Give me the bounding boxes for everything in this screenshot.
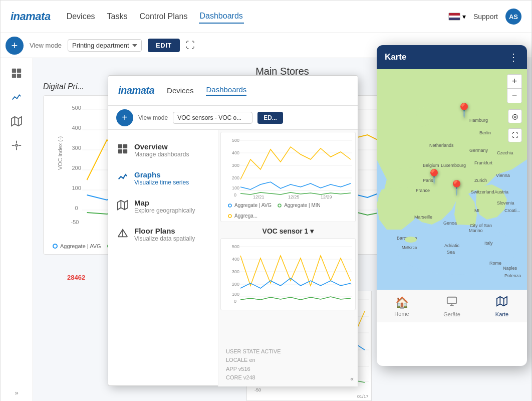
- graphs-subtitle: Visualize time series: [134, 179, 189, 186]
- mobile-header: Karte ⋮: [377, 45, 527, 69]
- svg-text:Switzerland: Switzerland: [471, 189, 494, 194]
- mid-edit-button[interactable]: ED...: [257, 112, 283, 124]
- svg-text:Marino: Marino: [469, 228, 483, 233]
- sidebar-collapse-btn[interactable]: »: [15, 389, 18, 396]
- svg-text:300: 300: [72, 145, 81, 151]
- mid-chart-area: 500 400 300 200 100 0: [218, 130, 358, 386]
- svg-text:Czechia: Czechia: [497, 150, 513, 155]
- mid-bottom-chart-svg: 500 400 300 200 100 0: [223, 241, 353, 306]
- mid-sidebar-overview[interactable]: Overview Manage dashboards: [113, 137, 213, 163]
- floorplans-subtitle: Visualize data spatially: [134, 235, 195, 242]
- mid-viewmode-select[interactable]: VOC sensors - VOC o...: [173, 112, 252, 124]
- svg-text:500: 500: [72, 105, 81, 111]
- sensor-title[interactable]: VOC sensor 1 ▾: [218, 224, 358, 236]
- svg-rect-0: [12, 69, 16, 73]
- mid-window: inamata Devices Dashboards + View mode V…: [108, 75, 358, 386]
- add-button[interactable]: +: [6, 37, 24, 55]
- svg-text:01/17: 01/17: [357, 394, 369, 399]
- mid-logo: inamata: [118, 85, 154, 96]
- user-avatar[interactable]: AS: [505, 9, 521, 25]
- flag-icon: [448, 13, 460, 21]
- language-selector[interactable]: ▾: [448, 13, 466, 21]
- graphs-text: Graphs Visualize time series: [134, 170, 189, 186]
- mid-sidebar: Overview Manage dashboards Graphs Visual…: [108, 130, 218, 386]
- mobile-title: Karte: [385, 52, 406, 62]
- mobile-more-button[interactable]: ⋮: [508, 51, 519, 63]
- viewmode-select[interactable]: Printing department: [68, 39, 142, 52]
- overview-icon: [117, 143, 128, 157]
- mobile-map: Hamburg Berlin Netherlands Germany Belgi…: [377, 69, 527, 290]
- mobile-nav-karte[interactable]: Karte: [477, 290, 527, 322]
- graphs-icon: [117, 171, 128, 185]
- svg-point-30: [53, 244, 57, 248]
- svg-text:Adriatic: Adriatic: [444, 243, 460, 248]
- mid-sidebar-floorplans[interactable]: Floor Plans Visualize data spatially: [113, 222, 213, 247]
- sidebar-item-grid[interactable]: [7, 63, 27, 83]
- viewmode-label: View mode: [30, 42, 62, 49]
- left-sidebar: »: [1, 58, 33, 401]
- svg-text:12/25: 12/25: [288, 194, 300, 199]
- mobile-nav-geraete[interactable]: Geräte: [427, 290, 477, 322]
- svg-point-57: [278, 204, 281, 207]
- svg-point-7: [16, 144, 18, 146]
- svg-text:Frankfurt: Frankfurt: [474, 160, 493, 165]
- overview-title: Overview: [134, 142, 189, 151]
- mid-footer: USER STATE ACTIVE LOCALE en APP v516 COR…: [218, 343, 289, 386]
- mobile-nav-home[interactable]: 🏠 Home: [377, 290, 427, 322]
- zoom-out-button[interactable]: −: [507, 89, 521, 103]
- svg-text:Austria: Austria: [494, 189, 508, 194]
- mid-nav-devices[interactable]: Devices: [167, 86, 193, 95]
- svg-text:Vienna: Vienna: [496, 173, 510, 178]
- svg-text:Belgium: Belgium: [423, 163, 439, 168]
- map-expand-button[interactable]: ⛶: [508, 128, 522, 142]
- sidebar-item-chart[interactable]: [7, 87, 27, 107]
- sidebar-item-map[interactable]: [7, 111, 27, 131]
- karte-icon: [496, 296, 507, 310]
- edit-button[interactable]: EDIT: [148, 39, 180, 52]
- svg-text:200: 200: [232, 282, 239, 287]
- footer-line3: APP v516: [226, 365, 281, 374]
- expand-button[interactable]: ⛶: [186, 40, 195, 51]
- svg-text:500: 500: [232, 244, 239, 249]
- mid-toolbar: + View mode VOC sensors - VOC o... ED...: [108, 106, 358, 130]
- home-icon: 🏠: [395, 296, 409, 309]
- nav-right: ▾ Support AS: [448, 9, 521, 25]
- zoom-in-button[interactable]: +: [507, 75, 521, 89]
- svg-rect-1: [17, 69, 21, 73]
- nav-control-plans[interactable]: Control Plans: [138, 10, 188, 23]
- support-link[interactable]: Support: [473, 13, 498, 21]
- mid-nav-dashboards[interactable]: Dashboards: [206, 85, 246, 96]
- svg-text:Potenza: Potenza: [504, 273, 521, 278]
- svg-text:Hamburg: Hamburg: [469, 118, 488, 123]
- map-location-button[interactable]: ◎: [508, 109, 522, 123]
- svg-rect-3: [17, 74, 21, 78]
- mid-sidebar-graphs[interactable]: Graphs Visualize time series: [113, 165, 213, 191]
- mid-add-button[interactable]: +: [116, 109, 133, 126]
- svg-text:Genoa: Genoa: [443, 221, 457, 226]
- svg-text:0: 0: [234, 192, 236, 197]
- nav-items: Devices Tasks Control Plans Dashboards: [66, 10, 433, 24]
- svg-rect-102: [447, 297, 456, 303]
- mid-sidebar-map[interactable]: Map Explore geographically: [113, 193, 213, 219]
- svg-text:Mallorca: Mallorca: [402, 245, 417, 250]
- floorplans-text: Floor Plans Visualize data spatially: [134, 227, 195, 242]
- nav-tasks[interactable]: Tasks: [106, 10, 129, 23]
- mid-sidebar-nav: Overview Manage dashboards Graphs Visual…: [108, 130, 358, 386]
- svg-marker-4: [12, 117, 22, 126]
- svg-text:Slovenia: Slovenia: [497, 200, 514, 206]
- map-title: Map: [134, 198, 195, 207]
- sidebar-item-floorplan[interactable]: [7, 135, 27, 155]
- nav-devices[interactable]: Devices: [66, 10, 96, 23]
- nav-dashboards[interactable]: Dashboards: [199, 10, 244, 24]
- logo: inamata: [11, 10, 51, 23]
- svg-marker-105: [497, 296, 507, 305]
- svg-text:100: 100: [72, 185, 81, 191]
- svg-text:400: 400: [72, 125, 81, 131]
- legend-avg: Aggregate | AVG: [52, 243, 101, 249]
- svg-text:Berlin: Berlin: [479, 130, 491, 135]
- svg-text:400: 400: [232, 150, 239, 155]
- map-pin-1: 📍: [455, 104, 473, 118]
- mid-collapse-button[interactable]: «: [350, 375, 354, 382]
- footer-line2: LOCALE en: [226, 356, 281, 365]
- mid-viewmode-label: View mode: [138, 114, 168, 121]
